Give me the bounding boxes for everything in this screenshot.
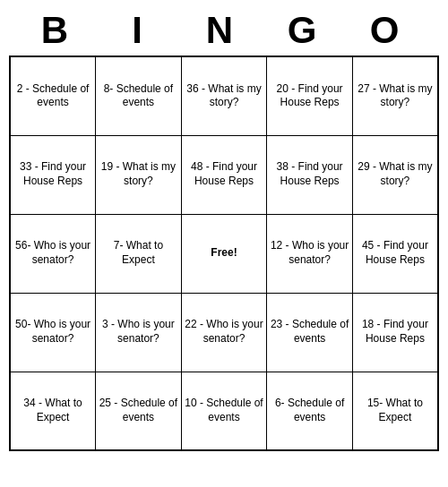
title-g: G xyxy=(265,9,348,52)
cell-r1-c0[interactable]: 33 - Find your House Reps xyxy=(10,135,96,214)
cell-r3-c4[interactable]: 18 - Find your House Reps xyxy=(352,293,438,372)
bingo-grid: 2 - Schedule of events8- Schedule of eve… xyxy=(9,56,439,451)
cell-r1-c1[interactable]: 19 - What is my story? xyxy=(96,135,182,214)
cell-r0-c2[interactable]: 36 - What is my story? xyxy=(181,56,267,135)
cell-r0-c0[interactable]: 2 - Schedule of events xyxy=(10,56,96,135)
cell-r1-c2[interactable]: 48 - Find your House Reps xyxy=(181,135,267,214)
bingo-title: B I N G O xyxy=(9,9,439,52)
cell-r2-c0[interactable]: 56- Who is your senator? xyxy=(10,214,96,293)
cell-r4-c4[interactable]: 15- What to Expect xyxy=(352,372,438,450)
cell-r0-c1[interactable]: 8- Schedule of events xyxy=(96,56,182,135)
cell-r1-c4[interactable]: 29 - What is my story? xyxy=(352,135,438,214)
cell-r2-c1[interactable]: 7- What to Expect xyxy=(96,214,182,293)
cell-r2-c2[interactable]: Free! xyxy=(181,214,267,293)
title-b: B xyxy=(18,9,100,52)
cell-r4-c3[interactable]: 6- Schedule of events xyxy=(267,372,353,450)
title-o: O xyxy=(348,9,430,52)
cell-r3-c3[interactable]: 23 - Schedule of events xyxy=(267,293,353,372)
cell-r4-c2[interactable]: 10 - Schedule of events xyxy=(181,372,267,450)
title-n: N xyxy=(183,9,265,52)
cell-r0-c4[interactable]: 27 - What is my story? xyxy=(352,56,438,135)
cell-r2-c3[interactable]: 12 - Who is your senator? xyxy=(267,214,353,293)
cell-r0-c3[interactable]: 20 - Find your House Reps xyxy=(267,56,353,135)
title-i: I xyxy=(100,9,183,52)
cell-r4-c1[interactable]: 25 - Schedule of events xyxy=(96,372,182,450)
cell-r3-c2[interactable]: 22 - Who is your senator? xyxy=(181,293,267,372)
cell-r1-c3[interactable]: 38 - Find your House Reps xyxy=(267,135,353,214)
cell-r2-c4[interactable]: 45 - Find your House Reps xyxy=(352,214,438,293)
cell-r4-c0[interactable]: 34 - What to Expect xyxy=(10,372,96,450)
cell-r3-c1[interactable]: 3 - Who is your senator? xyxy=(96,293,182,372)
cell-r3-c0[interactable]: 50- Who is your senator? xyxy=(10,293,96,372)
